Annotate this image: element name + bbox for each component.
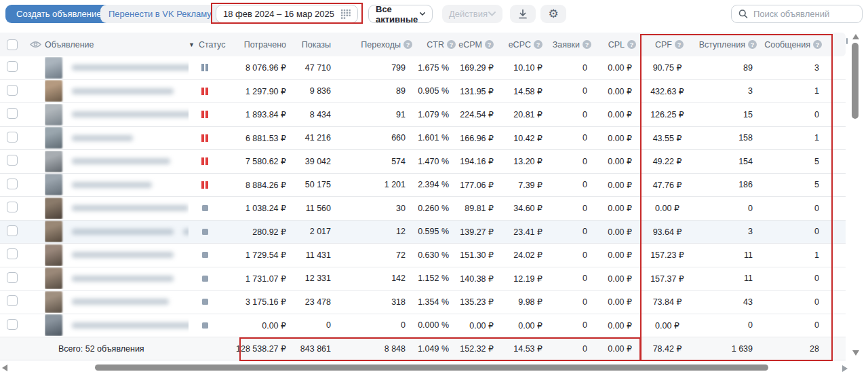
spent-cell: 7 580.62 ₽ [221,156,290,166]
table-row[interactable]: 1 893.84 ₽ 8 434 91 1.079 % 224.54 ₽ 20.… [0,103,846,127]
vscroll-down-arrow[interactable] [852,350,859,356]
help-icon[interactable]: ? [403,40,412,49]
ad-name-blurred [72,64,189,71]
cpl-cell: 0.00 ₽ [599,86,640,96]
help-icon[interactable]: ? [485,40,494,49]
column-header-cpf[interactable]: CPF? [640,40,698,50]
row-checkbox[interactable] [7,179,18,189]
shows-cell: 8 434 [290,110,332,119]
ad-name-cell[interactable] [45,314,189,336]
joins-cell: 11 [698,274,761,283]
status-icon [202,299,208,305]
messages-cell: 0 [761,320,823,330]
search-input[interactable] [753,9,855,19]
ad-name-cell[interactable] [45,221,189,242]
date-range-picker[interactable]: 18 фев 2024 – 16 мар 2025 [216,5,358,23]
table-row[interactable]: 0.00 ₽ 0 0 0.000 % 0.00 ₽ 0.00 ₽ 0 0.00 … [0,314,846,338]
row-checkbox[interactable] [7,225,18,236]
ad-name-cell[interactable] [45,198,189,219]
ctr-cell: 0.630 % [412,250,456,260]
leads-cell: 0 [555,180,599,189]
row-checkbox[interactable] [7,108,18,119]
status-filter-select[interactable]: Все активные [368,5,433,23]
ad-name-cell[interactable] [45,244,189,266]
ad-name-cell[interactable] [45,267,189,289]
table-row[interactable]: 1 729.54 ₽ 11 431 72 0.630 % 151.30 ₽ 24… [0,244,846,267]
column-header-status[interactable]: ▼Статус [189,40,221,50]
column-header-joins[interactable]: Вступления? [698,40,761,50]
ctr-cell: 2.394 % [412,180,456,189]
ad-name-cell[interactable] [45,151,189,172]
ad-name-cell[interactable] [45,127,189,149]
row-checkbox[interactable] [7,202,18,212]
cpf-cell: 157.23 ₽ [640,250,698,260]
transfer-to-vk-ads-button[interactable]: Перенести в VK Рекламу ? [100,5,233,23]
ad-thumbnail [45,267,62,289]
row-checkbox[interactable] [7,155,18,166]
help-icon[interactable]: ? [748,40,757,49]
search-field[interactable] [731,5,863,23]
joins-cell: 0 [698,204,761,213]
vscroll-up-arrow[interactable] [852,34,859,39]
help-icon[interactable]: ? [447,40,456,49]
ad-name-cell[interactable] [45,174,189,195]
table-row[interactable]: 280.92 ₽ 2 017 12 0.595 % 139.27 ₽ 23.41… [0,221,846,244]
table-row[interactable]: 1 731.07 ₽ 12 331 142 1.152 % 140.38 ₽ 1… [0,267,846,291]
ad-name-cell[interactable] [45,57,189,79]
table-row[interactable]: 3 175.16 ₽ 23 478 318 1.354 % 135.23 ₽ 9… [0,291,846,314]
horizontal-scrollbar[interactable] [95,364,768,371]
column-header-ctr[interactable]: CTR? [412,40,456,50]
hscroll-right-arrow[interactable] [842,365,848,372]
row-checkbox[interactable] [7,295,18,306]
export-download-button[interactable] [510,5,536,23]
spent-cell: 8 076.96 ₽ [221,62,290,73]
column-header-messages[interactable]: Сообщения? [761,40,823,50]
download-icon [518,9,528,19]
ecpc-cell: 10.10 ₽ [506,62,555,73]
help-icon[interactable]: ? [675,40,684,49]
help-icon[interactable]: ? [583,40,591,49]
column-header-spent[interactable]: Потрачено [221,40,290,50]
row-checkbox[interactable] [7,319,18,330]
ad-name-cell[interactable] [45,104,189,126]
ctr-cell: 0.260 % [412,204,456,213]
vertical-scrollbar[interactable] [852,43,859,119]
table-row[interactable]: 1 297.90 ₽ 9 836 89 0.905 % 131.95 ₽ 14.… [0,80,846,104]
column-header-clicks[interactable]: Переходы? [332,40,412,50]
hscroll-left-arrow[interactable] [2,364,7,371]
column-header-shows[interactable]: Показы [290,40,332,50]
row-checkbox[interactable] [7,248,18,259]
row-checkbox[interactable] [7,85,18,96]
ad-name-cell[interactable] [45,291,189,313]
help-icon[interactable]: ? [813,40,822,49]
total-ecpc: 14.53 ₽ [506,343,555,354]
status-icon [201,134,204,142]
column-header-name[interactable]: Объявление [45,40,189,50]
table-row[interactable]: 1 038.24 ₽ 11 560 30 0.260 % 89.81 ₽ 34.… [0,197,846,221]
chevron-down-icon [420,12,425,16]
ad-name-cell[interactable] [45,80,189,102]
column-header-leads[interactable]: Заявки? [555,40,599,50]
row-checkbox[interactable] [7,132,18,143]
visibility-column-header[interactable] [26,41,45,48]
column-settings-button[interactable]: ⚙ [540,5,566,23]
help-icon[interactable]: ? [534,40,542,49]
total-messages: 28 [761,344,823,354]
ad-thumbnail [45,57,62,79]
table-row[interactable]: 8 076.96 ₽ 47 710 799 1.675 % 169.29 ₽ 1… [0,56,846,80]
row-checkbox[interactable] [7,61,18,72]
column-header-ecpm[interactable]: eCPM? [456,40,506,50]
column-header-cpl[interactable]: CPL? [599,40,640,50]
column-header-ecpc[interactable]: eCPC? [506,40,555,50]
create-ad-button[interactable]: Создать объявление [5,5,113,23]
table-row[interactable]: 8 884.26 ₽ 50 175 1 201 2.394 % 177.06 ₽… [0,174,846,198]
select-all-checkbox[interactable] [7,39,18,50]
table-row[interactable]: 7 580.62 ₽ 39 042 574 1.470 % 194.16 ₽ 1… [0,150,846,174]
shows-cell: 2 017 [290,227,332,236]
clicks-cell: 12 [332,227,412,236]
cpl-cell: 0.00 ₽ [599,109,640,119]
cpf-cell: 43.55 ₽ [640,133,698,143]
table-row[interactable]: 6 881.53 ₽ 41 216 660 1.601 % 166.96 ₽ 1… [0,127,846,151]
row-checkbox[interactable] [7,272,18,283]
help-icon[interactable]: ? [627,40,636,49]
